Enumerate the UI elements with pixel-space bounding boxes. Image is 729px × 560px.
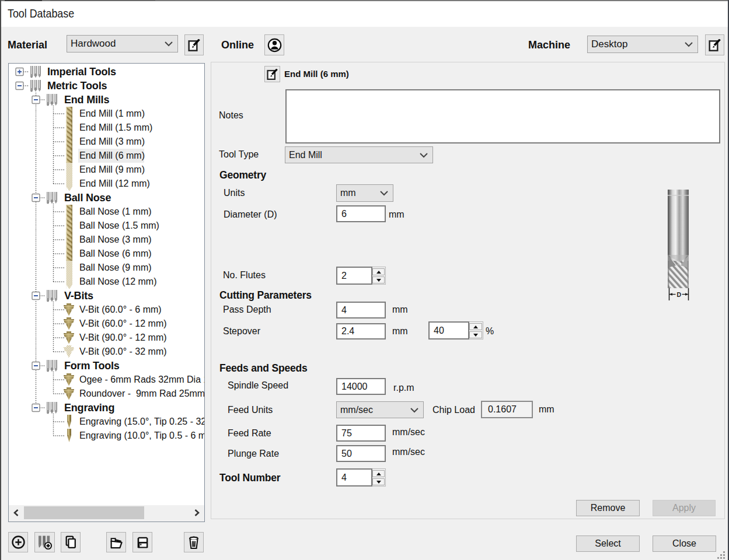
- svg-text:D: D: [677, 291, 682, 298]
